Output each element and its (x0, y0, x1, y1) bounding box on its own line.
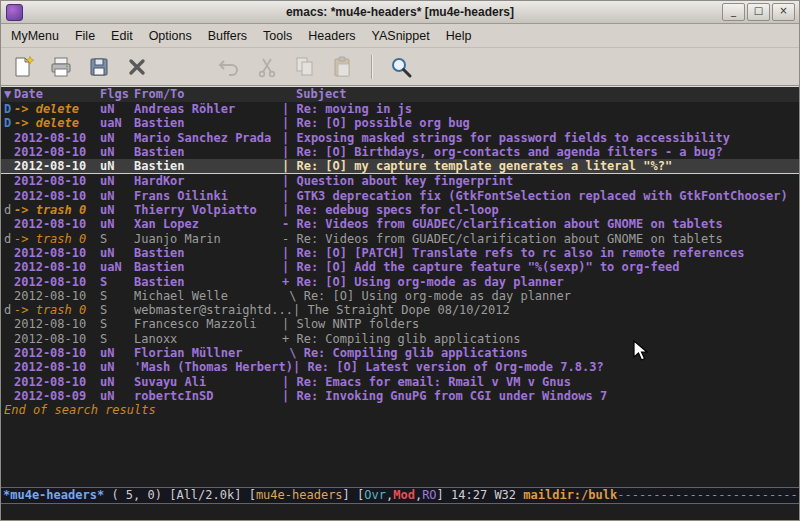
date-cell: 2012-08-10 (14, 289, 100, 303)
message-row[interactable]: 2012-08-10uNBastien| Re: [O] [PATCH] Tra… (1, 246, 799, 260)
message-row[interactable]: 2012-08-10uNBastien| Re: [O] Birthdays, … (1, 145, 799, 159)
menu-mymenu[interactable]: MyMenu (3, 26, 67, 46)
modeline-segment-mod: Mod (393, 488, 415, 502)
emacs-window: emacs: *mu4e-headers* [mu4e-headers] _□×… (0, 0, 800, 521)
menu-yasnippet[interactable]: YASnippet (364, 26, 438, 46)
subject-cell: | Re: edebug specs for cl-loop (282, 203, 799, 217)
message-list: D-> deleteuNAndreas Röhler| Re: moving i… (1, 102, 799, 403)
search-icon[interactable] (387, 53, 415, 81)
header-line: ▼ Date Flgs From/To Subject (1, 87, 799, 102)
message-row[interactable]: 2012-08-10uNFrans Oilinki| GTK3 deprecat… (1, 189, 799, 203)
title-bar[interactable]: emacs: *mu4e-headers* [mu4e-headers] _□× (1, 1, 799, 24)
mark-cell (1, 346, 14, 360)
close-buffer-icon[interactable] (123, 53, 151, 81)
header-subject[interactable]: Subject (282, 87, 799, 102)
message-row[interactable]: D-> deleteuNAndreas Röhler| Re: moving i… (1, 102, 799, 116)
mark-cell (1, 375, 14, 389)
message-row[interactable]: 2012-08-10uNHardKor| Question about key … (1, 174, 799, 188)
menu-headers[interactable]: Headers (300, 26, 363, 46)
subject-cell: + Re: [O] Using org-mode as day planner (282, 275, 799, 289)
buffer-area: ▼ Date Flgs From/To Subject D-> deleteuN… (1, 86, 799, 487)
subject-cell: | Re: Invoking GnuPG from CGI under Wind… (282, 389, 799, 403)
subject-cell: | Slow NNTP folders (282, 317, 799, 331)
from-cell: Michael Welle (134, 289, 282, 303)
sort-indicator[interactable]: ▼ (1, 87, 14, 102)
new-file-icon[interactable] (9, 53, 37, 81)
message-row[interactable]: 2012-08-10SBastien+ Re: [O] Using org-mo… (1, 275, 799, 289)
message-row[interactable]: 2012-08-10uNBastien| Re: [O] my capture … (1, 159, 799, 174)
flags-cell: uN (100, 145, 134, 159)
menu-options[interactable]: Options (141, 26, 200, 46)
close-button[interactable]: × (772, 3, 795, 21)
flags-cell: uN (100, 246, 134, 260)
modeline-segment-ro: RO (422, 488, 436, 502)
message-row[interactable]: 2012-08-10uNMario Sanchez Prada| Exposin… (1, 131, 799, 145)
header-flags[interactable]: Flgs (100, 87, 134, 102)
flags-cell: uN (100, 102, 134, 116)
message-row[interactable]: d-> trash 0Swebmaster@straightd...| The … (1, 303, 799, 317)
message-row[interactable]: d-> trash 0uNThierry Volpiatto| Re: edeb… (1, 203, 799, 217)
flags-cell: S (100, 303, 134, 317)
modeline-segment-plain: 14:27 W32 (451, 488, 523, 502)
subject-cell: + Re: Compiling glib applications (282, 332, 799, 346)
menu-buffers[interactable]: Buffers (200, 26, 255, 46)
header-date[interactable]: Date (14, 87, 100, 102)
subject-cell: \ Re: Compiling glib applications (282, 346, 799, 360)
minimize-button[interactable]: _ (722, 3, 745, 21)
message-row[interactable]: 2012-08-10uNXan Lopez- Re: Videos from G… (1, 217, 799, 231)
message-row[interactable]: d-> trash 0SJuanjo Marin- Re: Videos fro… (1, 232, 799, 246)
modeline-segment-folder: maildir:/bulk (523, 488, 617, 502)
mark-cell (1, 131, 14, 145)
header-from[interactable]: From/To (134, 87, 282, 102)
mark-cell: d (1, 303, 14, 317)
message-row[interactable]: 2012-08-09uNrobertcInSD| Re: Invoking Gn… (1, 389, 799, 403)
mark-cell: D (1, 102, 14, 116)
date-cell: 2012-08-10 (14, 275, 100, 289)
flags-cell: S (100, 232, 134, 246)
mode-line[interactable]: *mu4e-headers* ( 5, 0) [All/2.0k] [mu4e-… (1, 487, 799, 504)
modeline-segment-plain: ( 5, 0) [All/2.0k] (104, 488, 249, 502)
paste-icon (329, 53, 357, 81)
message-row[interactable]: 2012-08-10uNSuvayu Ali| Re: Emacs for em… (1, 375, 799, 389)
menu-tools[interactable]: Tools (255, 26, 300, 46)
print-icon[interactable] (47, 53, 75, 81)
from-cell: Thierry Volpiatto (134, 203, 282, 217)
subject-cell: - Re: Videos from GUADEC/clarification a… (282, 217, 799, 231)
mark-cell (1, 246, 14, 260)
message-row[interactable]: 2012-08-10uN'Mash (Thomas Herbert)| Re: … (1, 360, 799, 374)
copy-icon (291, 53, 319, 81)
message-row[interactable]: 2012-08-10SFrancesco Mazzoli| Slow NNTP … (1, 317, 799, 331)
subject-cell: | Re: [O] my capture template generates … (282, 159, 799, 173)
mark-cell (1, 217, 14, 231)
subject-cell: | Re: moving in js (282, 102, 799, 116)
echo-area[interactable] (1, 504, 799, 520)
subject-cell: | Re: [O] Add the capture feature "%(sex… (282, 260, 799, 274)
modeline-segment-plain: ] [ (343, 488, 365, 502)
menu-file[interactable]: File (67, 26, 103, 46)
menu-help[interactable]: Help (438, 26, 480, 46)
date-cell: 2012-08-10 (14, 189, 100, 203)
mark-cell (1, 189, 14, 203)
mark-cell (1, 159, 14, 173)
modeline-segment-plain: [ (249, 488, 256, 502)
maximize-button[interactable]: □ (747, 3, 770, 21)
message-row[interactable]: 2012-08-10uaNBastien| Re: [O] Add the ca… (1, 260, 799, 274)
message-row[interactable]: 2012-08-10SLanoxx+ Re: Compiling glib ap… (1, 332, 799, 346)
message-row[interactable]: D-> deleteuaNBastien| Re: [O] possible o… (1, 116, 799, 130)
save-icon[interactable] (85, 53, 113, 81)
flags-cell: S (100, 332, 134, 346)
menu-edit[interactable]: Edit (103, 26, 141, 46)
message-row[interactable]: 2012-08-10uNFlorian Müllner \ Re: Compil… (1, 346, 799, 360)
from-cell: Suvayu Ali (134, 375, 282, 389)
date-cell: -> trash 0 (14, 203, 100, 217)
modeline-segment-buffer: *mu4e-headers* (3, 488, 104, 502)
subject-cell: | Re: [O] Birthdays, org-contacts and ag… (282, 145, 799, 159)
message-row[interactable]: 2012-08-10SMichael Welle \ Re: [O] Using… (1, 289, 799, 303)
subject-cell: | Exposing masked strings for password f… (282, 131, 799, 145)
modeline-segment-minor: mu4e-headers (256, 488, 343, 502)
date-cell: 2012-08-10 (14, 317, 100, 331)
date-cell: 2012-08-10 (14, 375, 100, 389)
date-cell: -> trash 0 (14, 303, 100, 317)
menu-bar: MyMenuFileEditOptionsBuffersToolsHeaders… (1, 24, 799, 48)
date-cell: 2012-08-10 (14, 346, 100, 360)
